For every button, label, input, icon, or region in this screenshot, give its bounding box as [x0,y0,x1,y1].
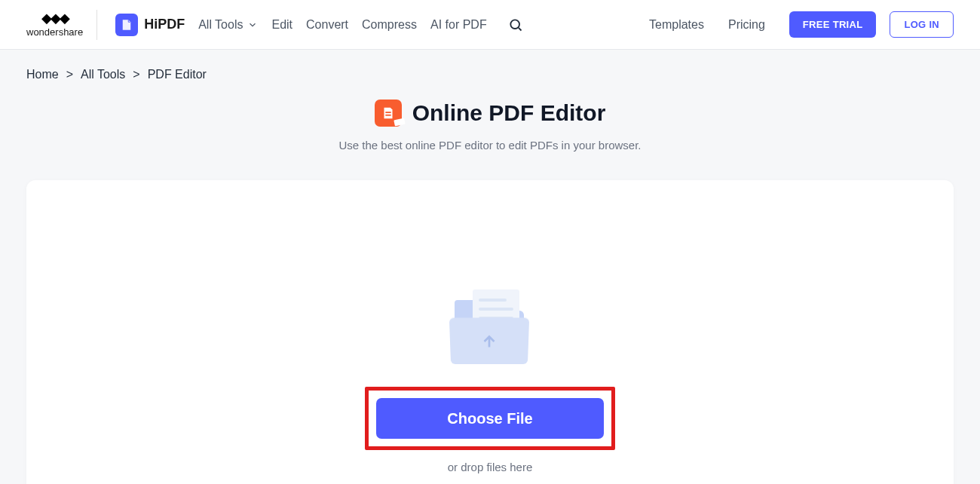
page-title: Online PDF Editor [412,100,606,126]
primary-nav: All Tools Edit Convert Compress AI for P… [198,17,523,32]
nav-all-tools-label: All Tools [198,18,243,32]
nav-ai-for-pdf-label: AI for PDF [430,18,487,32]
breadcrumb-separator: > [133,68,139,81]
nav-compress-label: Compress [362,18,417,32]
hipdf-logo[interactable]: HiPDF [115,14,185,36]
nav-edit-label: Edit [271,18,292,32]
hipdf-icon [115,14,138,36]
wondershare-logo[interactable]: ◆◆◆ wondershare [26,11,83,38]
breadcrumb-all-tools[interactable]: All Tools [81,68,125,81]
breadcrumb: Home > All Tools > PDF Editor [0,50,980,95]
choose-file-button[interactable]: Choose File [376,398,604,439]
search-button[interactable] [508,17,523,32]
search-icon [508,17,523,32]
drop-files-hint: or drop files here [448,461,533,473]
nav-all-tools[interactable]: All Tools [198,18,258,32]
page-header: Online PDF Editor Use the best online PD… [0,100,980,152]
right-nav: Templates Pricing FREE TRIAL LOG IN [649,11,954,38]
nav-templates[interactable]: Templates [649,18,704,32]
header-divider [96,10,97,40]
svg-rect-1 [385,112,390,113]
nav-compress[interactable]: Compress [362,18,417,32]
chevron-down-icon [247,20,258,30]
upload-card[interactable]: Choose File or drop files here [26,180,954,484]
hipdf-brand-text: HiPDF [144,17,185,32]
breadcrumb-separator: > [66,68,73,81]
wondershare-text: wondershare [26,26,83,38]
svg-point-0 [510,20,519,29]
wondershare-icon: ◆◆◆ [41,11,69,25]
nav-convert[interactable]: Convert [306,18,348,32]
free-trial-button[interactable]: FREE TRIAL [789,11,877,38]
login-button[interactable]: LOG IN [890,11,954,38]
upload-folder-icon [449,289,531,369]
pdf-editor-icon [375,100,402,127]
nav-pricing[interactable]: Pricing [728,18,765,32]
highlight-annotation: Choose File [365,387,615,450]
breadcrumb-pdf-editor[interactable]: PDF Editor [148,68,207,81]
nav-ai-for-pdf[interactable]: AI for PDF [430,18,487,32]
page-subtitle: Use the best online PDF editor to edit P… [0,139,980,152]
page-title-row: Online PDF Editor [0,100,980,127]
svg-rect-2 [385,115,390,116]
nav-convert-label: Convert [306,18,348,32]
top-header: ◆◆◆ wondershare HiPDF All Tools Edit Con… [0,0,980,50]
upload-arrow-icon [479,332,499,351]
nav-edit[interactable]: Edit [271,18,292,32]
breadcrumb-home[interactable]: Home [26,68,59,81]
